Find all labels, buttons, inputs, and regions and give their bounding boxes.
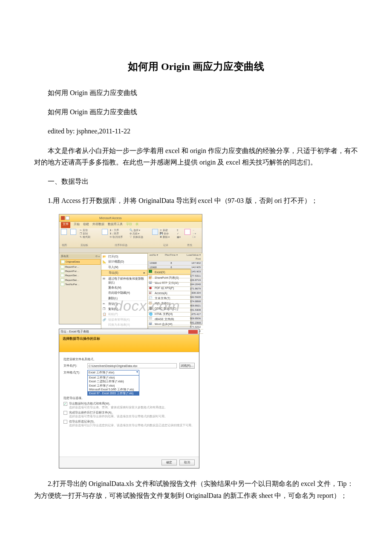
nav-header[interactable]: 所有表 ⊙ « xyxy=(60,254,101,259)
table-row: 145.903 xyxy=(148,270,203,274)
section-heading: 一、数据导出 xyxy=(34,176,358,187)
page-title: 如何用 Origin 画应力应变曲线 xyxy=(34,60,358,73)
table-row: 308.334 xyxy=(148,291,203,295)
checkbox-selected[interactable]: 仅导出所选记录(S)。选择该选项可以只导出选定的记录。该选项仅在导出带格式的数据… xyxy=(63,419,195,427)
delete[interactable]: ✖ 删除 ▾ xyxy=(160,236,170,239)
tab-create[interactable]: 创建 xyxy=(83,222,89,228)
menu-copy[interactable]: ❐复制(C) xyxy=(101,306,147,311)
subbar xyxy=(59,248,202,253)
copy-label[interactable]: ❐ 复制 xyxy=(80,232,90,236)
fmt-label[interactable]: ✎ 格式刷 xyxy=(80,236,90,239)
selection[interactable]: 🔍 选择 ▾ xyxy=(130,229,143,232)
checkbox-icon xyxy=(63,411,67,415)
ascend[interactable]: ⬇↑ 升序 xyxy=(110,229,123,232)
clear-sort[interactable]: ⟲ 取消排序 xyxy=(110,236,123,239)
table-row: 177.5311 xyxy=(148,274,203,278)
paragraph: 2.打开导出的 OriginalData.xls 文件和试验报告文件（实验结果中… xyxy=(34,478,358,501)
filter-icon[interactable] xyxy=(102,229,108,235)
checkbox-open[interactable]: 完成导出操作后打开目标文件(A)。选择该选项可查看导出操作的结果。该选项仅在导出… xyxy=(63,410,195,418)
format-option[interactable]: Microsoft Excel 5.0/95 工作簿 (*.xls) xyxy=(88,387,139,391)
dialog-title: 导出 - Excel 电子表格 xyxy=(61,330,89,334)
table-row: 271.8679 xyxy=(148,287,203,291)
format-option-selected[interactable]: Excel 97 - Excel 2003 工作簿 (*.xls) xyxy=(88,391,139,395)
navigation-pane: 所有表 ⊙ « OriginalData ReportFor… ReportFo… xyxy=(59,253,102,324)
table-row: 475.417 xyxy=(148,312,203,317)
tab-table[interactable]: 表 xyxy=(135,222,138,228)
table-row: 409.8921 xyxy=(148,304,203,308)
close-icon[interactable] xyxy=(188,330,198,334)
filename-label: 文件名(F): xyxy=(63,364,85,368)
ok-button[interactable]: 确定 xyxy=(161,460,177,465)
tab-external[interactable]: 外部数据 xyxy=(92,222,104,228)
view-icon[interactable] xyxy=(61,229,67,235)
totals[interactable]: Σ xyxy=(177,229,181,232)
replace[interactable]: → xyxy=(192,229,196,232)
group-sort: 排序和筛选 xyxy=(115,243,127,247)
nav-item-originaldata[interactable]: OriginalData xyxy=(60,259,101,264)
dialog-title-bar: 导出 - Excel 电子表格 xyxy=(59,329,199,335)
cut-label[interactable]: ✂ 升序剪切 xyxy=(80,229,90,232)
format-label: 文件格式(T): xyxy=(63,370,85,375)
find-icon[interactable] xyxy=(184,229,190,235)
data-table: estNo ▾ PlanTime ▾ LoadValue ▾ Posi 1396… xyxy=(148,253,203,334)
format-combo[interactable]: Excel 工作簿 (*.xlsx) xyxy=(87,370,139,376)
nav-item[interactable]: TestNoPar… xyxy=(60,282,101,286)
toggle-filter[interactable]: ▽ 切换筛选 xyxy=(130,236,143,239)
table-row: 244.2048 xyxy=(148,283,203,287)
format-option[interactable]: Excel 工作簿 (*.xlsx) xyxy=(88,376,139,379)
menu-import[interactable]: 导入(M) xyxy=(101,264,147,270)
table-row: 441.5308 xyxy=(148,308,203,312)
paragraph: 1.用 Access 打开数据库，并将 OriginalData 导出到 exc… xyxy=(34,195,358,206)
menu-export[interactable]: 导出(E)▸ xyxy=(101,270,147,276)
new[interactable]: ✳ 新建 xyxy=(160,229,170,232)
group-clipboard: 剪贴板 xyxy=(81,243,88,247)
nav-item[interactable]: ReportFor… xyxy=(60,265,101,269)
table-row: 374.8898 xyxy=(148,300,203,304)
menu-delete[interactable]: 删除(L) xyxy=(101,295,147,301)
save[interactable]: 💾 保存 xyxy=(160,232,170,236)
menu-cut[interactable]: ✂剪切(T) xyxy=(101,301,147,306)
menu-hide[interactable]: 在此组中隐藏(H) xyxy=(101,290,147,295)
spell[interactable]: ✓ xyxy=(177,232,181,236)
table-row: 509.8506 xyxy=(148,317,203,321)
descend[interactable]: ⬆↓ 降序 xyxy=(110,232,123,236)
table-row: 541.2368 xyxy=(148,321,203,325)
menu-convert[interactable]: 转换为本地表(V) xyxy=(101,322,147,327)
nav-item[interactable]: ReportFor… xyxy=(60,269,101,273)
table-row: 226.8719 xyxy=(148,278,203,283)
checkbox-icon xyxy=(63,420,67,424)
menu-open[interactable]: 📂打开(O) xyxy=(101,254,147,259)
refresh-icon[interactable] xyxy=(152,229,158,235)
menu-design[interactable]: 📐设计视图(D) xyxy=(101,259,147,264)
access-screenshot: Microsoft Access 文件 开始 创建 外部数据 数据库工具 字段 … xyxy=(59,214,358,468)
nav-item[interactable]: ReportSet… xyxy=(60,278,101,282)
select[interactable]: ☐▾ xyxy=(192,236,196,239)
tab-dbtools[interactable]: 数据库工具 xyxy=(108,222,123,228)
dialog-footer: 确定 取消 xyxy=(59,457,199,468)
format-option[interactable]: Excel 工作簿 (*.xlsx) xyxy=(88,384,139,387)
menu-linked[interactable]: 🔗链接表管理器(K) xyxy=(101,316,147,322)
format-option[interactable]: Excel 二进制工作簿 (*.xlsb) xyxy=(88,379,139,383)
menu-rename[interactable]: 重命名(M) xyxy=(101,285,147,290)
browse-button[interactable]: 浏览(R)… xyxy=(179,363,195,369)
menu-paste[interactable]: 📋粘贴(P) xyxy=(101,311,147,316)
section-label: 指定导出选项。 xyxy=(63,396,195,400)
checkbox-icon xyxy=(63,402,67,406)
paragraph: 如何用 Origin 画应力应变曲线 xyxy=(34,87,358,98)
paste-icon[interactable] xyxy=(70,229,76,235)
tab-fields[interactable]: 字段 xyxy=(126,222,132,228)
paragraph: edited by: jsphnee,2011-11-22 xyxy=(34,125,358,137)
ribbon-tabs: 文件 开始 创建 外部数据 数据库工具 字段 表 xyxy=(59,222,202,228)
nav-item[interactable]: ReportSet… xyxy=(60,273,101,278)
advanced[interactable]: ⚙ 高级 ▾ xyxy=(130,232,143,236)
ribbon: ✂ 升序剪切 ❐ 复制 ✎ 格式刷 ⬇↑ 升序 ⬆↓ 降序 ⟲ 取消排序 🔍 选… xyxy=(59,228,202,248)
tab-home[interactable]: 开始 xyxy=(74,222,80,228)
access-title-bar: Microsoft Access xyxy=(59,214,202,222)
checkbox-format[interactable]: 导出数据时包含格式和布局(W)。选择该选项可在导出表、查询、窗体或报表时保留大多… xyxy=(63,402,195,409)
menu-mail[interactable]: ✉通过电子邮件收集和更新数据(L) xyxy=(101,276,147,285)
goto[interactable]: →▾ xyxy=(192,232,196,236)
tab-file[interactable]: 文件 xyxy=(61,222,70,228)
cancel-button[interactable]: 取消 xyxy=(179,460,195,465)
more[interactable]: ▦▾ xyxy=(177,236,181,239)
filename-input[interactable]: C:\Users\hee\Desktop\OriginalData.xlsx xyxy=(87,363,177,368)
